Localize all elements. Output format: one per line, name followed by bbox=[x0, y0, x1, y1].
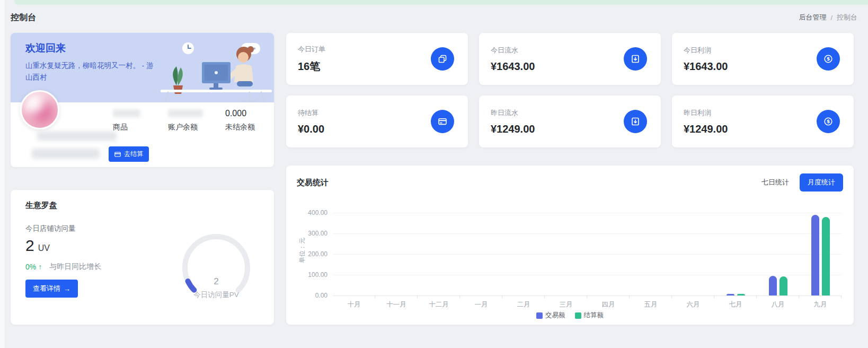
gridline: 0.00 bbox=[333, 295, 842, 296]
stat-card-label: 待结算 bbox=[298, 108, 324, 118]
stat-card-value: ¥0.00 bbox=[298, 123, 324, 135]
legend-label: 交易额 bbox=[545, 311, 565, 320]
stat-goods: 商品 bbox=[113, 108, 146, 132]
profit-icon: $ bbox=[817, 110, 840, 133]
arrow-right-icon: → bbox=[64, 285, 70, 293]
y-axis-title: 单位：元 bbox=[298, 238, 307, 263]
stat-unsettled-label: 未结余额 bbox=[225, 123, 258, 132]
bar-交易额 bbox=[769, 276, 777, 295]
compass-title: 生意罗盘 bbox=[25, 201, 57, 211]
chart-category-slot: 十一月 bbox=[375, 213, 418, 295]
sidebar-edge bbox=[0, 0, 5, 348]
chart-slots: 十月十一月十二月一月二月三月四月五月六月七月八月九月 bbox=[333, 213, 842, 295]
view-details-button[interactable]: 查看详情 → bbox=[25, 280, 78, 298]
stat-card-label: 今日订单 bbox=[298, 45, 325, 54]
transactions-chart-card: 交易统计 七日统计 月度统计 单位：元 400.00300.00200.0010… bbox=[286, 166, 854, 325]
chart-title: 交易统计 bbox=[297, 178, 329, 188]
stat-card-yesterday-profit: 昨日利润 ¥1249.00 $ bbox=[672, 95, 854, 147]
stat-card-today-profit: 今日利润 ¥1643.00 $ bbox=[672, 33, 854, 85]
stat-unsettled-balance: 0.000 未结余额 bbox=[225, 108, 258, 132]
breadcrumb-item-admin[interactable]: 后台管理 bbox=[799, 13, 826, 22]
stat-account-balance: 账户余额 bbox=[168, 108, 203, 132]
view-details-label: 查看详情 bbox=[33, 284, 60, 293]
y-axis-tick-label: 400.00 bbox=[308, 209, 327, 216]
y-axis-tick-label: 200.00 bbox=[308, 250, 327, 258]
chart-category-slot: 五月 bbox=[630, 213, 672, 295]
y-axis-tick-label: 100.00 bbox=[308, 271, 327, 279]
chart-category-slot: 七月 bbox=[714, 213, 757, 295]
page-header: 控制台 后台管理 / 控制台 bbox=[11, 11, 857, 24]
stat-card-label: 今日利润 bbox=[684, 46, 728, 55]
chart-category-slot: 二月 bbox=[502, 213, 545, 295]
stat-card-label: 今日流水 bbox=[491, 46, 535, 55]
stat-card-label: 昨日流水 bbox=[491, 108, 535, 118]
gauge-value: 2 bbox=[174, 276, 259, 287]
uv-value: 2 bbox=[25, 237, 34, 255]
stat-unsettled-value: 0.000 bbox=[225, 109, 246, 118]
stat-card-today-flow: 今日流水 ¥1643.00 bbox=[479, 33, 661, 85]
welcome-illustration bbox=[161, 37, 272, 102]
settle-card-icon bbox=[431, 110, 454, 133]
profit-icon: $ bbox=[817, 47, 840, 71]
avatar bbox=[20, 90, 59, 129]
avatar-redacted-blur bbox=[24, 94, 56, 126]
tab-seven-day[interactable]: 七日统计 bbox=[761, 178, 789, 187]
svg-text:$: $ bbox=[827, 56, 830, 62]
legend-item-交易额[interactable]: 交易额 bbox=[536, 311, 565, 320]
stat-card-value: ¥1249.00 bbox=[491, 123, 535, 135]
stat-card-yesterday-flow: 昨日流水 ¥1249.00 bbox=[479, 95, 661, 147]
visits-label: 今日店铺访问量 bbox=[25, 224, 76, 233]
inflow-icon bbox=[624, 110, 647, 133]
chart-category-slot: 六月 bbox=[672, 213, 714, 295]
stat-account-balance-label: 账户余额 bbox=[168, 123, 203, 132]
svg-text:$: $ bbox=[827, 118, 830, 124]
gauge-label: 今日访问量PV bbox=[174, 290, 259, 300]
chart-category-slot: 八月 bbox=[757, 213, 799, 295]
tab-monthly[interactable]: 月度统计 bbox=[800, 173, 843, 192]
breadcrumb-separator: / bbox=[830, 14, 832, 22]
bar-结算额 bbox=[780, 276, 787, 295]
chart-plot: 400.00300.00200.00100.000.00十月十一月十二月一月二月… bbox=[333, 213, 842, 295]
chart-legend: 交易额结算额 bbox=[286, 311, 854, 320]
breadcrumb: 后台管理 / 控制台 bbox=[799, 13, 857, 22]
stat-card-label: 昨日利润 bbox=[684, 108, 728, 118]
breadcrumb-item-current: 控制台 bbox=[837, 13, 857, 22]
redacted-username-line bbox=[32, 149, 100, 159]
welcome-stats: 商品 账户余额 0.000 未结余额 bbox=[113, 108, 258, 132]
settle-button[interactable]: 去结算 bbox=[109, 146, 149, 162]
legend-swatch bbox=[575, 312, 581, 319]
bank-card-icon bbox=[114, 151, 121, 158]
bar-交易额 bbox=[727, 294, 734, 295]
y-axis-tick-label: 300.00 bbox=[308, 230, 327, 237]
chart-category-slot: 十二月 bbox=[418, 213, 460, 295]
chart-category-slot: 一月 bbox=[460, 213, 502, 295]
bar-结算额 bbox=[822, 217, 830, 295]
chart-range-tabs: 七日统计 月度统计 bbox=[761, 173, 843, 192]
growth-label: 与昨日同比增长 bbox=[49, 262, 101, 272]
chart-category-slot: 三月 bbox=[545, 213, 587, 295]
bar-结算额 bbox=[737, 294, 745, 295]
redacted-username-line bbox=[37, 132, 117, 141]
inflow-icon bbox=[624, 47, 647, 71]
arrow-up-icon: ↑ bbox=[38, 263, 42, 271]
page-title: 控制台 bbox=[11, 12, 36, 23]
stat-card-value: 16笔 bbox=[298, 59, 325, 74]
bar-交易额 bbox=[811, 215, 819, 295]
stat-card-value: ¥1643.00 bbox=[684, 60, 728, 73]
stat-card-value: ¥1643.00 bbox=[491, 60, 535, 73]
redacted-value bbox=[168, 109, 203, 117]
stat-goods-label: 商品 bbox=[113, 123, 146, 132]
welcome-banner: 欢迎回来 山重水复疑无路，柳暗花明又一村。 - 游山西村 bbox=[11, 33, 274, 102]
growth-value: 0% bbox=[25, 263, 36, 271]
uv-unit: UV bbox=[38, 243, 50, 253]
chart-category-slot: 四月 bbox=[587, 213, 630, 295]
legend-item-结算额[interactable]: 结算额 bbox=[575, 311, 604, 320]
stat-card-today-orders: 今日订单 16笔 bbox=[286, 33, 468, 85]
stat-card-value: ¥1249.00 bbox=[684, 123, 728, 135]
redacted-value bbox=[113, 109, 140, 117]
welcome-quote: 山重水复疑无路，柳暗花明又一村。 - 游山西村 bbox=[25, 60, 158, 84]
business-compass-card: 生意罗盘 今日店铺访问量 2 UV 0% ↑ 与昨日同比增长 查看详情 → 2 … bbox=[11, 190, 274, 325]
chart-category-slot: 九月 bbox=[799, 213, 842, 295]
welcome-card: 欢迎回来 山重水复疑无路，柳暗花明又一村。 - 游山西村 bbox=[11, 33, 274, 167]
orders-icon bbox=[431, 47, 454, 71]
